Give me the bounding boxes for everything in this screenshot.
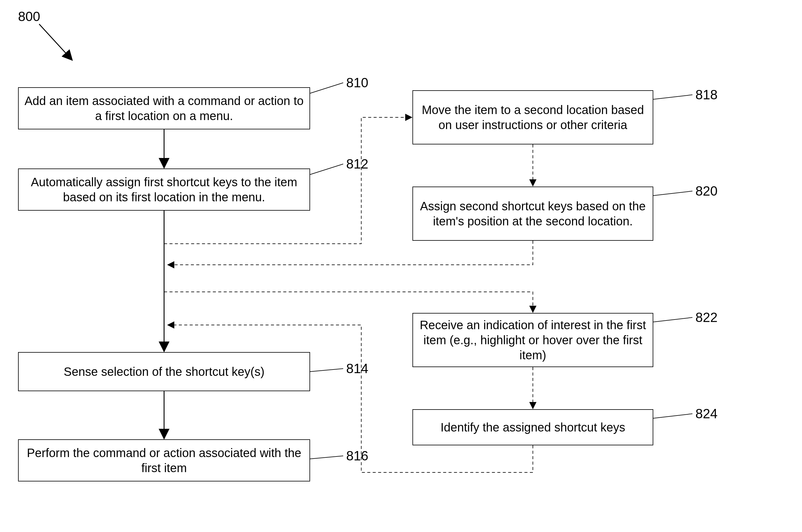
step-822-text: Receive an indication of interest in the…: [418, 318, 647, 363]
svg-line-9: [653, 191, 692, 195]
step-810-ref: 810: [346, 75, 368, 90]
step-816-ref: 816: [346, 448, 368, 463]
svg-line-4: [310, 83, 343, 93]
step-818-text: Move the item to a second location based…: [418, 102, 647, 132]
step-814-ref: 814: [346, 361, 368, 376]
step-812-text: Automatically assign first shortcut keys…: [24, 174, 304, 205]
svg-line-10: [653, 318, 692, 322]
svg-line-8: [653, 95, 692, 99]
step-824-text: Identify the assigned shortcut keys: [441, 420, 625, 435]
svg-line-0: [39, 24, 72, 60]
step-816-text: Perform the command or action associated…: [24, 445, 304, 475]
step-820-box: Assign second shortcut keys based on the…: [412, 187, 653, 241]
svg-line-5: [310, 164, 343, 174]
step-818-ref: 818: [695, 87, 717, 102]
step-822-box: Receive an indication of interest in the…: [412, 313, 653, 367]
step-814-text: Sense selection of the shortcut key(s): [64, 364, 265, 379]
svg-line-11: [653, 414, 692, 418]
step-824-ref: 824: [695, 406, 717, 421]
step-816-box: Perform the command or action associated…: [18, 439, 310, 481]
svg-line-7: [310, 456, 343, 459]
step-812-ref: 812: [346, 156, 368, 172]
diagram-ref-label: 800: [18, 9, 40, 24]
step-822-ref: 822: [695, 310, 717, 325]
step-820-text: Assign second shortcut keys based on the…: [418, 198, 647, 229]
step-810-box: Add an item associated with a command or…: [18, 87, 310, 129]
step-820-ref: 820: [695, 184, 717, 198]
svg-line-6: [310, 368, 343, 372]
step-812-box: Automatically assign first shortcut keys…: [18, 169, 310, 211]
flowchart-canvas: 800 Add an item associated with a comman…: [0, 0, 802, 532]
step-810-text: Add an item associated with a command or…: [24, 93, 304, 124]
step-818-box: Move the item to a second location based…: [412, 90, 653, 145]
step-814-box: Sense selection of the shortcut key(s): [18, 352, 310, 391]
step-824-box: Identify the assigned shortcut keys: [412, 409, 653, 445]
